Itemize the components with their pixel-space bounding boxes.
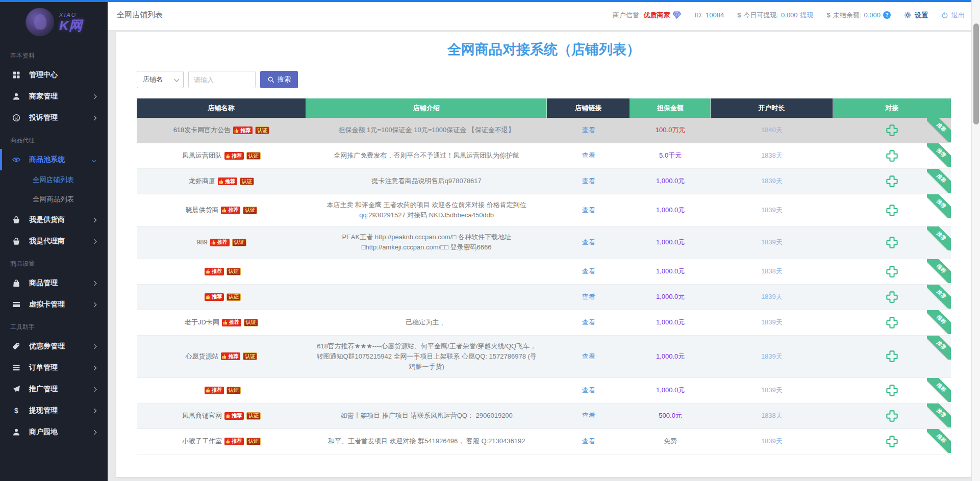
sidebar-item-提现管理[interactable]: $提现管理	[0, 400, 108, 421]
verified-badge: 认证	[246, 412, 261, 420]
withdraw-link[interactable]: 提现	[800, 11, 814, 20]
connect-button[interactable]	[885, 349, 899, 363]
shop-description: 提卡注意看商品说明售后q978078617	[372, 176, 482, 186]
sidebar-item-label: 投诉管理	[29, 113, 58, 122]
column-header: 店铺链接	[547, 98, 630, 118]
settings-button[interactable]: 设置	[904, 11, 928, 20]
help-icon[interactable]: ?	[883, 11, 891, 19]
recommend-badge-label: 推荐	[212, 294, 222, 299]
connect-button[interactable]	[885, 174, 899, 188]
view-link[interactable]: 查看	[582, 436, 595, 446]
sidebar-item-商品池系统[interactable]: 商品池系统	[0, 149, 108, 170]
chevron-right-icon	[92, 408, 97, 413]
sidebar-subitem-全网商品列表[interactable]: 全网商品列表	[0, 190, 108, 209]
sidebar-section-label: 基本资料	[0, 44, 108, 64]
dollar-icon: $	[827, 11, 831, 19]
account-age: 1840天	[761, 125, 783, 135]
connect-button[interactable]	[885, 204, 899, 217]
id-label: ID:	[694, 11, 703, 19]
connect-button[interactable]	[885, 149, 899, 163]
shop-name: 凤凰商铺官网	[182, 411, 222, 421]
logo-text-main: K网	[59, 19, 82, 32]
account-age-cell: 1838天	[711, 143, 833, 168]
sidebar-item-优惠券管理[interactable]: 优惠券管理	[0, 336, 108, 357]
sidebar-item-推广管理[interactable]: 推广管理	[0, 378, 108, 400]
ticket-icon	[12, 342, 20, 350]
recommend-ribbon-label: 推荐	[927, 378, 951, 402]
basket-icon	[12, 237, 20, 245]
logout-button[interactable]: 退出	[941, 11, 965, 20]
view-link[interactable]: 查看	[582, 385, 595, 395]
sidebar-item-商户园地[interactable]: 商户园地	[0, 421, 108, 443]
gear-icon	[904, 11, 912, 19]
account-age-cell: 1839天	[711, 169, 833, 194]
connect-button[interactable]	[885, 409, 899, 423]
scrollbar[interactable]	[971, 0, 980, 481]
sidebar-section-label: 商品代理	[0, 129, 108, 149]
account-age: 1839天	[761, 317, 783, 327]
shop-name-cell: 老于JD卡网推荐认证	[137, 310, 306, 335]
search-field-select[interactable]: 店铺名	[137, 71, 184, 88]
grid-icon	[12, 71, 20, 79]
connect-button[interactable]	[885, 316, 899, 330]
connect-button[interactable]	[885, 435, 899, 448]
shop-name-cell: 推荐认证	[137, 285, 306, 310]
shops-table: 店铺名称店铺介绍店铺链接担保金额开户时长对接 618发卡网官方公告推荐认证担保金…	[137, 98, 951, 454]
sidebar-item-虚拟卡管理[interactable]: 虚拟卡管理	[0, 294, 108, 315]
column-header: 担保金额	[630, 98, 711, 118]
sidebar-item-我是代理商[interactable]: 我是代理商	[0, 231, 108, 252]
shop-desc-cell: 和平、王者首发项目 欢迎对接 群541926496， 客服 Q:21304361…	[306, 429, 547, 454]
sidebar-subitem-全网店铺列表[interactable]: 全网店铺列表	[0, 170, 108, 190]
connect-button[interactable]	[885, 384, 899, 397]
search-input[interactable]	[188, 71, 256, 88]
connect-button[interactable]	[885, 290, 899, 304]
app-window: XIAO K网 基本资料管理中心商家管理投诉管理商品代理商品池系统全网店铺列表全…	[0, 0, 980, 481]
shop-name: 晓晨供货商	[185, 205, 218, 215]
table-row: 晓晨供货商推荐认证本店主卖 和评金鹰 王者农药的项目 欢迎各位前来对接 价格肯定…	[137, 194, 951, 226]
connect-button[interactable]	[885, 265, 899, 279]
account-age-cell: 1838天	[711, 403, 833, 428]
shop-desc-cell	[306, 378, 547, 403]
view-link[interactable]: 查看	[582, 411, 595, 421]
account-age-cell: 1838天	[711, 259, 833, 284]
account-age-cell: 1839天	[711, 310, 833, 335]
sidebar-item-管理中心[interactable]: 管理中心	[0, 64, 108, 86]
scrollbar-thumb[interactable]	[973, 23, 979, 124]
view-link[interactable]: 查看	[582, 150, 595, 161]
sidebar-item-商家管理[interactable]: 商家管理	[0, 86, 108, 107]
view-link[interactable]: 查看	[582, 237, 595, 247]
sidebar-item-label: 我是代理商	[29, 237, 65, 246]
table-row: 推荐认证查看1,000.0元1839天推荐	[137, 378, 951, 403]
recommend-badge: 推荐	[221, 207, 240, 214]
sidebar-item-我是供货商[interactable]: 我是供货商	[0, 209, 108, 231]
recommend-ribbon: 推荐	[927, 259, 951, 283]
view-link[interactable]: 查看	[582, 176, 595, 186]
search-button[interactable]: 搜索	[260, 71, 298, 88]
recommend-badge-label: 推荐	[228, 354, 238, 359]
view-link[interactable]: 查看	[582, 266, 595, 276]
shop-name: 小猴子工作室	[182, 436, 222, 446]
recommend-ribbon: 推荐	[927, 336, 951, 360]
shop-name: 989	[196, 237, 208, 247]
view-link[interactable]: 查看	[582, 125, 595, 135]
sidebar-section-label: 工具助手	[0, 315, 108, 336]
connect-button[interactable]	[885, 123, 899, 137]
view-link[interactable]: 查看	[582, 351, 595, 362]
view-link[interactable]: 查看	[582, 292, 595, 302]
sidebar-item-label: 我是供货商	[29, 215, 65, 224]
recommend-ribbon-label: 推荐	[927, 336, 951, 360]
sidebar-item-订单管理[interactable]: 订单管理	[0, 357, 108, 378]
sidebar-item-商品管理[interactable]: 商品管理	[0, 272, 108, 294]
table-row: 凤凰商铺官网推荐认证如需上架项目 推广项目 请联系凤凰运营QQ： 2906019…	[137, 403, 951, 429]
sidebar-item-label: 提现管理	[29, 406, 58, 415]
view-link[interactable]: 查看	[582, 317, 595, 327]
sidebar-item-投诉管理[interactable]: 投诉管理	[0, 107, 108, 129]
deposit-amount: 500.0元	[659, 411, 682, 421]
shop-name: 龙虾商厦	[189, 176, 215, 186]
chevron-down-icon	[174, 77, 180, 82]
account-age: 1839天	[761, 176, 783, 186]
account-age: 1838天	[761, 411, 783, 421]
sidebar-item-label: 商家管理	[29, 92, 58, 101]
view-link[interactable]: 查看	[582, 205, 595, 215]
connect-button[interactable]	[885, 236, 899, 249]
